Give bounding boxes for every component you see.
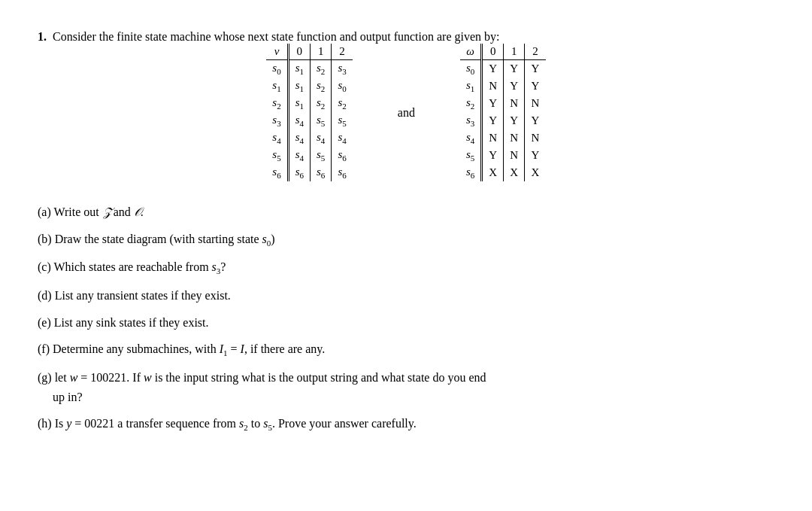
table-row: s3 Y Y Y <box>460 112 546 129</box>
next-state-col1: 1 <box>311 44 332 60</box>
output-col1: 1 <box>504 44 525 60</box>
part-h: (h) Is y = 00221 a transfer sequence fro… <box>38 414 774 435</box>
next-state-col2: 2 <box>332 44 353 60</box>
table-row: s6 s6 s6 s6 <box>266 164 353 181</box>
and-label: and <box>398 106 415 120</box>
problem-header: 1. Consider the finite state machine who… <box>38 30 774 44</box>
table-row: s5 Y N Y <box>460 147 546 164</box>
parts-list: (a) Write out 𝒵 and 𝒪. (b) Draw the stat… <box>38 202 774 435</box>
table-row: s1 N Y Y <box>460 78 546 95</box>
table-row: s4 N N N <box>460 129 546 147</box>
table-row: s2 Y N N <box>460 95 546 112</box>
next-state-nu-header: ν <box>266 44 288 60</box>
output-header-row: ω 0 1 2 <box>460 44 546 60</box>
table-row: s3 s4 s5 s5 <box>266 112 353 129</box>
table-row: s6 X X X <box>460 164 546 181</box>
part-b: (b) Draw the state diagram (with startin… <box>38 230 774 251</box>
output-col2: 2 <box>525 44 546 60</box>
part-a: (a) Write out 𝒵 and 𝒪. <box>38 202 774 222</box>
table-row: s1 s1 s2 s0 <box>266 78 353 95</box>
tables-section: ν 0 1 2 s0 s1 s2 s3 s1 s1 s2 s0 <box>38 44 774 181</box>
part-c: (c) Which states are reachable from s3? <box>38 257 774 278</box>
output-table: ω 0 1 2 s0 Y Y Y s1 N Y Y <box>460 44 546 181</box>
table-row: s2 s1 s2 s2 <box>266 95 353 112</box>
output-col0: 0 <box>482 44 504 60</box>
part-d: (d) List any transient states if they ex… <box>38 286 774 306</box>
part-f: (f) Determine any submachines, with I1 =… <box>38 339 774 360</box>
part-g: (g) let w = 100221. If w is the input st… <box>38 368 774 406</box>
next-state-header-row: ν 0 1 2 <box>266 44 353 60</box>
table-row: s4 s4 s4 s4 <box>266 129 353 147</box>
next-state-col0: 0 <box>288 44 310 60</box>
output-omega-header: ω <box>460 44 482 60</box>
table-row: s0 s1 s2 s3 <box>266 60 353 78</box>
problem-container: 1. Consider the finite state machine who… <box>38 30 774 435</box>
table-row: s0 Y Y Y <box>460 60 546 78</box>
part-e: (e) List any sink states if they exist. <box>38 313 774 333</box>
table-row: s5 s4 s5 s6 <box>266 147 353 164</box>
next-state-table: ν 0 1 2 s0 s1 s2 s3 s1 s1 s2 s0 <box>266 44 353 181</box>
